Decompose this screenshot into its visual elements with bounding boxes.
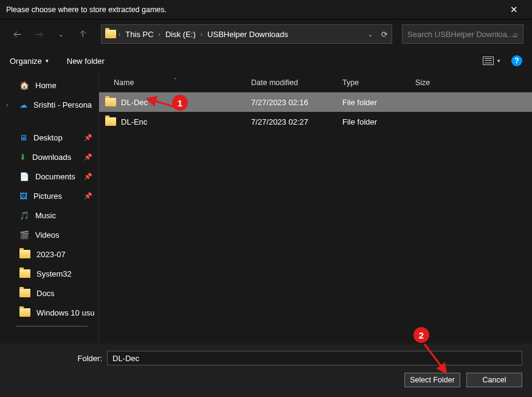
sidebar-item-folder[interactable]: Windows 10 usu [0, 303, 98, 322]
folder-icon [105, 98, 116, 106]
column-size[interactable]: Size [415, 78, 464, 87]
monitor-icon: 🖥 [19, 133, 27, 142]
column-date-label: Date modified [251, 78, 298, 87]
sidebar-home-label: Home [35, 81, 57, 90]
sidebar-item-label: Documents [35, 172, 75, 181]
file-name: DL-Dec [121, 98, 148, 107]
folder-icon [19, 269, 30, 278]
video-icon: 🎬 [19, 230, 29, 240]
breadcrumb-this-pc[interactable]: This PC [123, 30, 156, 39]
search-box[interactable]: ⌕ [402, 24, 523, 44]
cancel-button[interactable]: Cancel [466, 373, 522, 387]
sidebar-divider [16, 326, 88, 326]
folder-icon [19, 250, 30, 258]
file-type: File folder [342, 98, 415, 107]
sidebar-item-folder[interactable]: System32 [0, 264, 98, 283]
search-input[interactable] [407, 30, 513, 39]
folder-field-label: Folder: [10, 354, 107, 363]
download-icon: ⬇ [19, 153, 26, 162]
file-row[interactable]: DL-Enc 7/27/2023 02:27 File folder [99, 112, 532, 131]
content-area: 🏠 Home › ☁ Srishti - Persona 🖥 Desktop 📌… [0, 73, 532, 353]
file-list: ⌃ Name Date modified Type Size DL-Dec [98, 73, 532, 353]
sidebar-onedrive[interactable]: › ☁ Srishti - Persona [0, 95, 98, 114]
sidebar-item-videos[interactable]: 🎬 Videos [0, 225, 98, 244]
organize-menu[interactable]: Organize ▾ [10, 57, 49, 66]
dialog-title: Please choose where to store extracted g… [6, 5, 167, 14]
recent-dropdown[interactable]: ⌄ [52, 26, 69, 43]
breadcrumb-folder[interactable]: USBHelper Downloads [205, 30, 291, 39]
sidebar-item-label: Videos [35, 230, 60, 240]
breadcrumb-disk[interactable]: Disk (E:) [163, 30, 198, 39]
folder-name-input[interactable] [107, 351, 522, 365]
sidebar-item-label: System32 [36, 269, 72, 278]
column-name-label: Name [114, 78, 134, 87]
close-button[interactable]: ✕ [502, 4, 526, 15]
column-size-label: Size [415, 78, 430, 87]
organize-label: Organize [10, 57, 42, 66]
toolbar: Organize ▾ New folder ▾ ? [0, 49, 532, 73]
navigation-pane: 🏠 Home › ☁ Srishti - Persona 🖥 Desktop 📌… [0, 73, 98, 353]
home-icon: 🏠 [19, 81, 29, 90]
pin-icon: 📌 [84, 173, 92, 181]
help-icon[interactable]: ? [511, 55, 522, 66]
forward-button[interactable]: 🡢 [30, 26, 47, 43]
image-icon: 🖼 [19, 192, 27, 201]
new-folder-button[interactable]: New folder [67, 57, 105, 66]
column-type[interactable]: Type [342, 78, 415, 87]
sidebar-item-label: Windows 10 usu [36, 308, 94, 317]
sidebar-item-label: Music [35, 211, 56, 220]
file-date: 7/27/2023 02:16 [251, 98, 342, 107]
file-type: File folder [342, 117, 415, 126]
folder-icon [105, 117, 116, 126]
sidebar-home[interactable]: 🏠 Home [0, 75, 98, 95]
refresh-icon[interactable]: ⟳ [381, 30, 388, 39]
chevron-down-icon: ▾ [46, 58, 49, 64]
chevron-right-icon: › [201, 31, 202, 38]
column-name[interactable]: ⌃ Name [99, 78, 251, 87]
sidebar-item-label: Pictures [33, 192, 62, 201]
search-icon[interactable]: ⌕ [513, 30, 518, 39]
sidebar-item-label: Docs [36, 289, 55, 298]
sidebar-item-desktop[interactable]: 🖥 Desktop 📌 [0, 128, 98, 147]
back-button[interactable]: 🡠 [9, 26, 26, 43]
music-icon: 🎵 [19, 211, 29, 220]
sort-asc-icon: ⌃ [173, 77, 178, 83]
annotation-badge-2: 2 [413, 327, 429, 343]
chevron-right-icon: › [159, 31, 161, 38]
chevron-down-icon: ▾ [497, 58, 500, 64]
pin-icon: 📌 [84, 134, 92, 142]
annotation-badge-1: 1 [172, 95, 188, 111]
folder-icon [19, 308, 30, 317]
document-icon: 📄 [19, 172, 29, 181]
column-headers: ⌃ Name Date modified Type Size [99, 73, 532, 92]
sidebar-item-folder[interactable]: Docs [0, 283, 98, 303]
svg-line-1 [151, 100, 175, 107]
pin-icon: 📌 [84, 153, 92, 161]
navbar: 🡠 🡢 ⌄ 🡡 › This PC › Disk (E:) › USBHelpe… [0, 19, 532, 49]
folder-icon [105, 30, 116, 38]
sidebar-onedrive-label: Srishti - Persona [33, 100, 92, 109]
sidebar-item-label: Downloads [32, 153, 71, 162]
column-date[interactable]: Date modified [251, 78, 342, 87]
new-folder-label: New folder [67, 57, 105, 66]
column-type-label: Type [342, 78, 359, 87]
sidebar-item-label: 2023-07 [36, 250, 66, 259]
address-bar[interactable]: › This PC › Disk (E:) › USBHelper Downlo… [101, 24, 392, 44]
titlebar: Please choose where to store extracted g… [0, 0, 532, 19]
sidebar-item-music[interactable]: 🎵 Music [0, 205, 98, 225]
sidebar-item-documents[interactable]: 📄 Documents 📌 [0, 167, 98, 186]
file-name: DL-Enc [121, 117, 147, 126]
chevron-right-icon[interactable]: › [6, 102, 8, 108]
file-date: 7/27/2023 02:27 [251, 117, 342, 126]
sidebar-item-pictures[interactable]: 🖼 Pictures 📌 [0, 186, 98, 205]
up-button[interactable]: 🡡 [74, 26, 91, 43]
sidebar-item-downloads[interactable]: ⬇ Downloads 📌 [0, 147, 98, 167]
cloud-icon: ☁ [19, 100, 27, 109]
address-dropdown-icon[interactable]: ⌄ [368, 31, 373, 38]
annotation-arrow-2 [420, 340, 456, 377]
list-view-icon [483, 57, 494, 65]
sidebar-item-label: Desktop [33, 133, 63, 142]
pin-icon: 📌 [84, 192, 92, 200]
view-menu[interactable]: ▾ [483, 57, 500, 65]
sidebar-item-folder[interactable]: 2023-07 [0, 244, 98, 264]
